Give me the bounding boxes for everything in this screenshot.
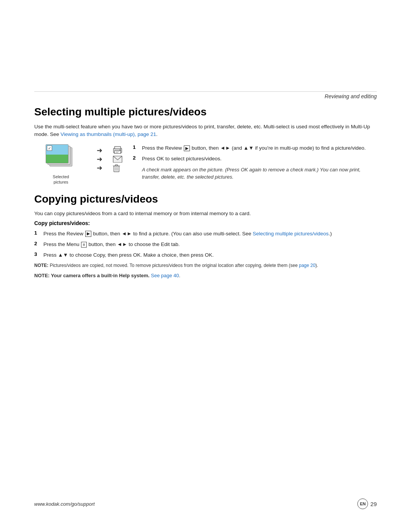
section-header-line: Reviewing and editing [34, 93, 377, 99]
pictures-stack: ✓ [46, 144, 76, 171]
selecting-link[interactable]: Selecting multiple pictures/videos [253, 231, 329, 236]
section2-intro: You can copy pictures/videos from a card… [34, 210, 377, 217]
page-number: 29 [370, 501, 377, 507]
copy-step3: 3 Press ▲▼ to choose Copy, then press OK… [34, 251, 377, 259]
copy-step2: 2 Press the Menu ≡ button, then ◄► to ch… [34, 241, 377, 248]
step1-item: 1 Press the Review ▶ button, then ◄► (an… [133, 144, 377, 152]
copy-step1: 1 Press the Review ▶ button, then ◄► to … [34, 230, 377, 238]
printer-icon [112, 146, 124, 154]
footer-url: www.kodak.com/go/support [34, 501, 95, 507]
main-content: Selecting multiple pictures/videos Use t… [0, 105, 411, 280]
section1-intro: Use the multi-select feature when you ha… [34, 123, 377, 139]
multi-up-link[interactable]: Viewing as thumbnails (multi-up), page 2… [61, 131, 156, 137]
page20-link[interactable]: page 20 [299, 263, 315, 268]
step1-number: 1 [133, 144, 139, 150]
step-note-italic: A check mark appears on the picture. (Pr… [142, 166, 377, 181]
svg-rect-1 [115, 147, 121, 149]
top-rule [34, 91, 377, 92]
copy-step1-number: 1 [34, 230, 40, 236]
copy-step3-text: Press ▲▼ to choose Copy, then press OK. … [43, 251, 213, 259]
review-icon: ▶ [184, 145, 190, 151]
svg-rect-3 [116, 152, 119, 152]
section2-title: Copying pictures/videos [34, 193, 377, 206]
picture-checkmark: ✓ [47, 145, 52, 151]
selected-pictures-illustration: ✓ Selected pictures [34, 144, 88, 185]
note2: NOTE: Your camera offers a built-in Help… [34, 272, 377, 280]
review-icon2: ▶ [85, 231, 91, 236]
arrow2: ➜ [97, 155, 102, 163]
arrows-right-col: ➜ ➜ ➜ [97, 146, 102, 173]
target-icons-col [112, 146, 124, 173]
copy-step1-text: Press the Review ▶ button, then ◄► to fi… [43, 230, 332, 238]
step2-text: Press OK to select pictures/videos. [142, 155, 221, 163]
arrow3: ➜ [97, 164, 102, 172]
copy-step3-number: 3 [34, 251, 40, 257]
copy-step2-text: Press the Menu ≡ button, then ◄► to choo… [43, 241, 180, 248]
section1-title: Selecting multiple pictures/videos [34, 105, 377, 118]
section1-steps: 1 Press the Review ▶ button, then ◄► (an… [133, 144, 377, 181]
page-footer: www.kodak.com/go/support EN 29 [0, 498, 411, 509]
copy-step2-number: 2 [34, 241, 40, 246]
copying-section: Copying pictures/videos You can copy pic… [34, 193, 377, 280]
trash-icon [112, 164, 121, 173]
picture-card-front: ✓ [46, 144, 68, 163]
selected-pictures-caption: Selected pictures [53, 174, 69, 185]
envelope-icon [112, 156, 124, 163]
step1-text: Press the Review ▶ button, then ◄► (and … [142, 144, 366, 152]
page-number-container: EN 29 [357, 498, 377, 509]
en-badge: EN [357, 498, 368, 509]
header-section: Reviewing and editing [0, 91, 411, 99]
picture-grass [46, 155, 68, 163]
svg-rect-9 [115, 165, 118, 166]
page40-link[interactable]: See page 40 [151, 273, 179, 278]
section-header-label: Reviewing and editing [325, 93, 377, 99]
copy-sub-heading: Copy pictures/videos: [34, 220, 377, 226]
page: Reviewing and editing Selecting multiple… [0, 0, 411, 532]
step2-number: 2 [133, 155, 139, 161]
note1: NOTE: Pictures/videos are copied, not mo… [34, 262, 377, 269]
svg-rect-2 [115, 150, 121, 153]
svg-rect-4 [116, 152, 118, 153]
menu-icon: ≡ [81, 242, 86, 248]
svg-point-5 [119, 149, 121, 150]
illustration-steps-container: ✓ Selected pictures ➜ ➜ ➜ [34, 144, 377, 185]
arrow1: ➜ [97, 146, 102, 155]
step2-item: 2 Press OK to select pictures/videos. [133, 155, 377, 163]
